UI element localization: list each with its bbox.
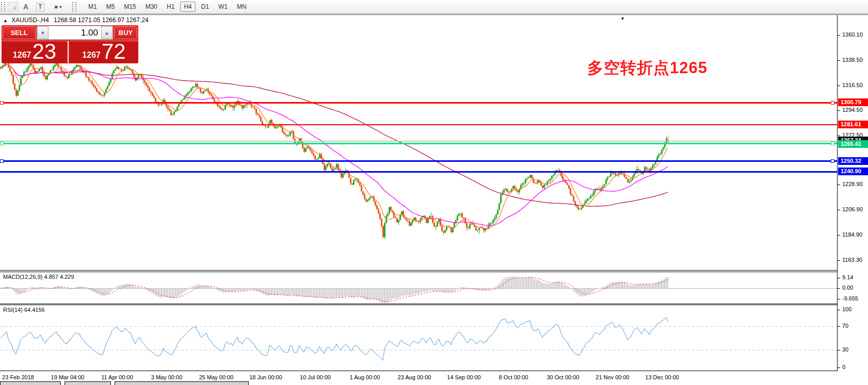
timeframe-button-m30[interactable]: M30 [142,2,161,12]
sell-price-big: 23 [32,41,56,62]
rsi-pane-canvas [0,305,837,370]
text-label-tool-icon[interactable]: A [19,1,33,12]
axis-tick [838,35,840,36]
line-anchor-handle[interactable] [831,142,834,145]
timeframe-button-m1[interactable]: M1 [85,2,101,12]
line-anchor-handle[interactable] [831,159,834,163]
rsi-tick-label: 30 [842,346,848,353]
macd-label: MACD(12,26,9) 4.857 4.229 [3,274,74,280]
axis-tick [838,210,840,210]
level-badge: 1250.32 [838,157,868,165]
macd-pane-canvas [0,272,837,303]
level-badge: 1265.41 [838,140,868,148]
date-tick-label: 23 Aug 00:00 [398,374,431,380]
date-tick-label: 18 Jun 00:00 [249,374,282,380]
date-tick-label: 13 Dec 00:00 [645,374,679,380]
axis-tick [838,110,840,111]
date-tick-label: 3 May 00:00 [151,374,183,380]
line-anchor-handle[interactable] [0,159,4,163]
timeframe-button-d1[interactable]: D1 [198,2,213,12]
arrows-tool-icon[interactable]: ◆ ▾ [48,1,68,12]
date-tick-label: 19 Mar 04:00 [51,374,85,380]
axis-tick [838,260,840,261]
sell-button[interactable]: SELL [3,26,36,39]
price-level-line[interactable] [0,171,837,173]
volume-stepper: ▼ 1.00 ▲ [37,26,113,40]
arrows-glyph: ◆ [53,4,59,10]
sell-price-small: 1267 [13,51,31,60]
volume-decrease-button[interactable]: ▼ [37,26,49,39]
volume-input[interactable]: 1.00 [49,28,101,38]
axis-tick [838,185,840,185]
volume-increase-button[interactable]: ▲ [101,26,112,39]
timeframe-button-w1[interactable]: W1 [215,2,231,12]
sell-price-button[interactable]: 1267 23 [2,41,69,63]
date-tick-label: 25 May 00:00 [199,374,234,380]
price-level-line[interactable] [0,124,837,125]
chart-window: ▾ ▲ XAUUSD-,H4 1268.58 1271.05 1266.97 1… [0,14,868,385]
price-level-line[interactable] [0,141,837,142]
price-level-line[interactable] [0,102,837,104]
axis-tick [838,86,840,86]
text-tool-icon[interactable]: T [34,1,47,12]
date-tick-label: 11 Apr 00:00 [101,374,133,380]
toolbar-grip-f-icon[interactable]: F [8,2,18,11]
one-click-trade-panel: SELL ▼ 1.00 ▲ BUY 1267 23 1267 72 [2,25,138,63]
rsi-tick-label: 0 [842,364,845,370]
rsi-tick-label: 70 [842,323,848,329]
price-tick-label: 1316.50 [842,82,863,88]
timeframe-toolbar-grip[interactable] [72,2,76,11]
axis-tick [838,60,840,61]
timeframe-button-mn[interactable]: MN [233,2,250,12]
axis-tick [838,288,840,289]
buy-price-small: 1267 [82,51,101,60]
line-anchor-handle[interactable] [831,101,834,105]
price-tick-label: 1338.50 [842,57,863,63]
timeframe-button-h1[interactable]: H1 [163,2,178,12]
rsi-tick-label: 100 [842,306,851,312]
axis-tick [838,299,840,299]
price-tick-label: 1184.90 [842,231,862,238]
toolbar-grip[interactable] [1,2,5,11]
line-anchor-handle[interactable] [0,142,4,145]
chart-tab-stub[interactable] [65,381,111,385]
price-level-line[interactable] [0,143,837,144]
symbol-ohlc: 1268.58 1271.05 1266.97 1267.24 [54,16,149,24]
symbol-name: XAUUSD-,H4 [11,16,49,24]
macd-tick-label: 0.00 [842,284,853,291]
chart-tab-stub[interactable] [0,381,61,385]
price-tick-label: 1360.10 [842,31,863,38]
axis-tick [838,136,840,136]
price-tick-label: 1228.90 [842,181,863,187]
chevron-down-icon: ▾ [59,5,61,9]
timeframe-button-h4[interactable]: H4 [180,2,195,12]
buy-price-button[interactable]: 1267 72 [70,41,138,63]
date-tick-label: 21 Nov 00:00 [596,374,629,380]
chart-tab-stub[interactable] [115,381,249,385]
axis-tick [838,278,840,278]
panel-collapse-icon[interactable]: ▲ [3,18,8,23]
price-tick-label: 1206.90 [842,206,863,212]
line-anchor-handle[interactable] [0,101,4,105]
buy-price-big: 72 [102,41,126,62]
timeframe-button-m15[interactable]: M15 [120,2,139,12]
axis-tick [838,367,840,368]
date-tick-label: 1 Aug 00:00 [350,374,380,380]
rsi-label: RSI(14) 64.4156 [3,307,45,313]
axis-tick [838,310,840,310]
price-tick-label: 1163.30 [842,257,862,263]
date-tick-label: 14 Sep 00:00 [447,374,480,380]
toolbar: F A T ◆ ▾ M1M5M15M30H1H4D1W1MN [0,0,868,14]
price-level-line[interactable] [0,160,837,162]
date-tick-label: 30 Oct 00:00 [547,374,580,380]
axis-tick [838,235,840,236]
chart-menu-icon[interactable]: ▾ [621,15,624,21]
macd-tick-label: -9.655 [842,295,858,302]
chart-text-annotation: 多空转折点1265 [587,57,708,79]
text-tool-glyph: T [36,3,44,11]
price-tick-label: 1294.50 [842,107,863,113]
price-axis[interactable]: 1360.101338.501316.501294.501272.501228.… [838,15,868,385]
level-badge: 1300.79 [838,98,868,106]
timeframe-button-m5[interactable]: M5 [103,2,119,12]
buy-button[interactable]: BUY [114,26,137,39]
